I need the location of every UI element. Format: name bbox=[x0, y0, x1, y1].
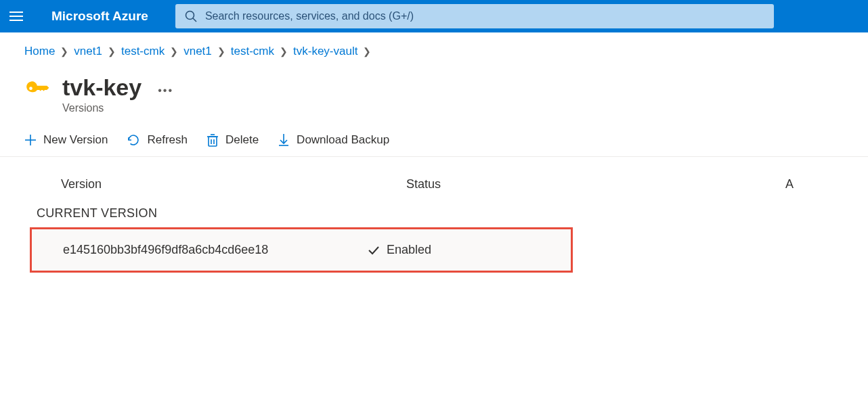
breadcrumb-key-vault[interactable]: tvk-key-vault bbox=[293, 45, 357, 58]
search-container bbox=[175, 0, 785, 32]
brand-logo[interactable]: Microsoft Azure bbox=[32, 9, 175, 24]
column-header-extra[interactable]: A bbox=[785, 177, 868, 191]
trash-icon bbox=[207, 133, 219, 147]
toolbar-label: Delete bbox=[225, 133, 259, 147]
search-icon bbox=[185, 10, 197, 22]
chevron-right-icon: ❯ bbox=[108, 46, 116, 57]
chevron-right-icon: ❯ bbox=[170, 46, 178, 57]
svg-line-4 bbox=[193, 18, 196, 22]
breadcrumb-test-cmk-2[interactable]: test-cmk bbox=[231, 45, 274, 58]
refresh-button[interactable]: Refresh bbox=[127, 133, 188, 147]
highlighted-row-container: e145160bb3bf496f9df8a6cb4cd6ee18 Enabled bbox=[30, 227, 573, 273]
toolbar-label: Refresh bbox=[147, 133, 188, 147]
hamburger-menu-button[interactable] bbox=[0, 0, 32, 32]
search-input[interactable] bbox=[205, 10, 764, 22]
chevron-right-icon: ❯ bbox=[217, 46, 225, 57]
status-cell: Enabled bbox=[368, 243, 431, 257]
breadcrumb-test-cmk-1[interactable]: test-cmk bbox=[121, 45, 165, 58]
refresh-icon bbox=[127, 133, 140, 147]
download-backup-button[interactable]: Download Backup bbox=[278, 133, 389, 147]
toolbar-label: Download Backup bbox=[297, 133, 389, 147]
column-header-version[interactable]: Version bbox=[61, 177, 406, 191]
section-label-current: CURRENT VERSION bbox=[24, 202, 868, 227]
table-area: Version Status A CURRENT VERSION e145160… bbox=[0, 157, 868, 273]
new-version-button[interactable]: New Version bbox=[24, 133, 108, 147]
check-icon bbox=[368, 246, 380, 255]
breadcrumb-vnet1-2[interactable]: vnet1 bbox=[183, 45, 212, 58]
table-row[interactable]: e145160bb3bf496f9df8a6cb4cd6ee18 Enabled bbox=[32, 229, 571, 271]
breadcrumb-vnet1-1[interactable]: vnet1 bbox=[74, 45, 102, 58]
plus-icon bbox=[24, 134, 37, 146]
column-header-status[interactable]: Status bbox=[406, 177, 785, 191]
chevron-right-icon: ❯ bbox=[280, 46, 288, 57]
svg-point-3 bbox=[186, 12, 194, 20]
toolbar-label: New Version bbox=[43, 133, 108, 147]
search-box[interactable] bbox=[175, 4, 774, 28]
delete-button[interactable]: Delete bbox=[207, 133, 259, 147]
title-group: tvk-key ••• Versions bbox=[62, 74, 173, 114]
more-actions-button[interactable]: ••• bbox=[158, 85, 173, 97]
status-text: Enabled bbox=[387, 243, 431, 257]
download-icon bbox=[278, 133, 290, 147]
hamburger-icon bbox=[9, 11, 23, 22]
key-icon bbox=[24, 77, 50, 106]
table-header-row: Version Status A bbox=[24, 157, 868, 202]
breadcrumb-home[interactable]: Home bbox=[24, 45, 55, 58]
chevron-right-icon: ❯ bbox=[60, 46, 68, 57]
page-title: tvk-key bbox=[62, 74, 142, 101]
svg-rect-7 bbox=[209, 137, 217, 146]
version-id-cell: e145160bb3bf496f9df8a6cb4cd6ee18 bbox=[63, 243, 368, 257]
toolbar: New Version Refresh Delete Download Back… bbox=[0, 114, 868, 157]
top-bar: Microsoft Azure bbox=[0, 0, 868, 32]
breadcrumb: Home ❯ vnet1 ❯ test-cmk ❯ vnet1 ❯ test-c… bbox=[0, 32, 868, 58]
chevron-right-icon: ❯ bbox=[363, 46, 371, 57]
page-header: tvk-key ••• Versions bbox=[0, 58, 868, 114]
page-subtitle: Versions bbox=[62, 102, 173, 114]
